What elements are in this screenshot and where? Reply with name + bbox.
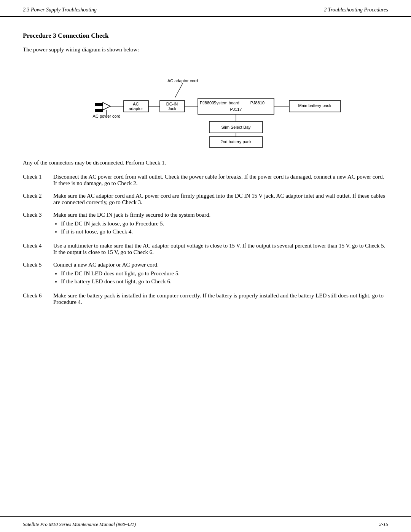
- page-header: 2.3 Power Supply Troubleshooting 2 Troub…: [0, 0, 411, 17]
- check-2-content: Make sure the AC adaptor cord and AC pow…: [53, 193, 388, 206]
- dc-in-text-line1: DC-IN: [166, 102, 178, 106]
- header-right: 2 Troubleshooting Procedures: [324, 7, 388, 13]
- plug-triangle: [103, 102, 110, 110]
- procedure-title: Procedure 3 Connection Check: [23, 32, 388, 40]
- system-board-pj117: PJ117: [230, 107, 242, 112]
- diagram-container: AC adaptor cord AC adaptor AC power cord: [23, 61, 388, 149]
- check-5-label: Check 5: [23, 262, 53, 268]
- system-board-label: System board: [213, 101, 239, 105]
- check-6-label: Check 6: [23, 292, 53, 299]
- after-diagram-text: Any of the connectors may be disconnecte…: [23, 160, 388, 166]
- check-1-label: Check 1: [23, 174, 53, 180]
- header-left: 2.3 Power Supply Troubleshooting: [23, 7, 97, 13]
- ac-adaptor-text-line2: adaptor: [129, 106, 143, 111]
- system-board-pj8800: PJ8800: [200, 101, 214, 105]
- plug-top: [95, 103, 103, 106]
- check-4-content: Use a multimeter to make sure that the A…: [53, 243, 388, 256]
- check-5-bullet-1: If the DC IN LED does not light, go to P…: [61, 270, 388, 277]
- dc-in-text-line2: Jack: [168, 106, 177, 111]
- footer-right: 2-15: [379, 521, 388, 527]
- check-3-section: Check 3 Make sure that the DC IN jack is…: [23, 212, 388, 236]
- intro-text: The power supply wiring diagram is shown…: [23, 46, 388, 53]
- ac-adaptor-text-line1: AC: [133, 102, 139, 106]
- check-1-section: Check 1 Disconnect the AC power cord fro…: [23, 174, 388, 187]
- check-6-section: Check 6 Make sure the battery pack is in…: [23, 292, 388, 305]
- main-battery-text: Main battery pack: [298, 103, 331, 108]
- check-5-bullets: If the DC IN LED does not light, go to P…: [53, 270, 388, 285]
- wiring-diagram: AC adaptor cord AC adaptor AC power cord: [57, 61, 354, 149]
- footer-left: Satellite Pro M10 Series Maintenance Man…: [23, 521, 136, 527]
- second-battery-text: 2nd battery pack: [220, 139, 252, 144]
- check-1-content: Disconnect the AC power cord from wall o…: [53, 174, 388, 187]
- check-3-content: Make sure that the DC IN jack is firmly …: [53, 212, 388, 236]
- svg-line-0: [175, 83, 183, 97]
- page-footer: Satellite Pro M10 Series Maintenance Man…: [0, 516, 411, 532]
- check-5-content: Connect a new AC adaptor or AC power cor…: [53, 262, 388, 286]
- slim-select-text: Slim Select Bay: [221, 125, 251, 129]
- checks-container: Check 1 Disconnect the AC power cord fro…: [23, 174, 388, 305]
- check-3-bullets: If the DC IN jack is loose, go to Proced…: [53, 220, 388, 235]
- check-5-section: Check 5 Connect a new AC adaptor or AC p…: [23, 262, 388, 286]
- check-2-section: Check 2 Make sure the AC adaptor cord an…: [23, 193, 388, 206]
- check-3-label: Check 3: [23, 212, 53, 218]
- check-3-bullet-2: If it is not loose, go to Check 4.: [61, 228, 388, 235]
- check-2-label: Check 2: [23, 193, 53, 199]
- check-6-content: Make sure the battery pack is installed …: [53, 292, 388, 305]
- check-4-label: Check 4: [23, 243, 53, 249]
- plug-bottom: [95, 109, 103, 112]
- check-4-section: Check 4 Use a multimeter to make sure th…: [23, 243, 388, 256]
- check-3-bullet-1: If the DC IN jack is loose, go to Proced…: [61, 220, 388, 227]
- check-5-bullet-2: If the battery LED does not light, go to…: [61, 278, 388, 285]
- system-board-pj8810: PJ8810: [250, 101, 264, 105]
- main-content: Procedure 3 Connection Check The power s…: [0, 17, 411, 334]
- ac-adaptor-cord-label: AC adaptor cord: [167, 78, 198, 83]
